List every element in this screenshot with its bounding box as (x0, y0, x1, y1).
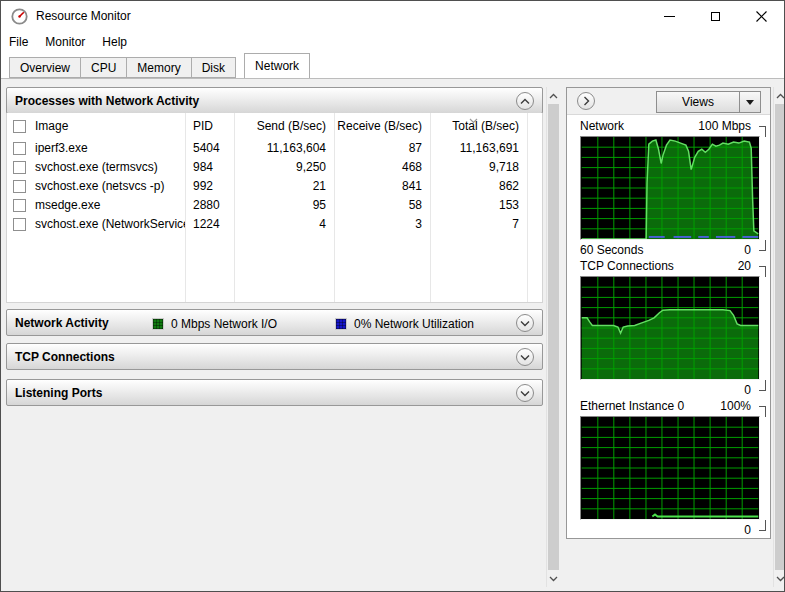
menu-monitor[interactable]: Monitor (45, 33, 94, 52)
scroll-up-button[interactable] (547, 87, 560, 104)
listening-ports-title: Listening Ports (15, 386, 102, 400)
scroll-down-button[interactable] (547, 570, 560, 587)
send-cell: 4 (234, 217, 334, 231)
processes-table: ImagePIDSend (B/sec)Receive (B/sec)Total… (6, 113, 543, 303)
chart-footer-row: 60 Seconds0 (580, 242, 758, 258)
row-checkbox[interactable] (13, 218, 26, 231)
chart-max-label: 20 (738, 259, 751, 273)
pid-cell: 2880 (185, 198, 234, 212)
chart-title: Ethernet Instance 0 (580, 399, 684, 413)
table-row[interactable]: msedge.exe28809558153 (7, 196, 542, 214)
expand-network-activity-button[interactable] (516, 314, 534, 332)
close-button[interactable] (738, 1, 784, 31)
legend-item: 0 Mbps Network I/O (152, 317, 277, 331)
processes-section-header[interactable]: Processes with Network Activity (6, 87, 543, 114)
chart-min-label: 0 (744, 243, 751, 257)
row-checkbox[interactable] (13, 161, 26, 174)
views-dropdown-arrow[interactable] (739, 92, 760, 112)
process-image-cell: svchost.exe (NetworkService... (7, 217, 185, 231)
tab-cpu[interactable]: CPU (81, 57, 127, 78)
column-header-image[interactable]: Image (7, 119, 185, 133)
total-cell: 11,163,691 (430, 141, 527, 155)
legend-swatch (335, 318, 347, 330)
receive-cell: 841 (334, 179, 430, 193)
row-checkbox[interactable] (13, 199, 26, 212)
chart-label-row: TCP Connections20 (580, 258, 758, 274)
column-header-receive-b-sec[interactable]: Receive (B/sec) (334, 119, 430, 133)
scrollbar-thumb[interactable] (775, 104, 785, 570)
legend-item: 0% Network Utilization (335, 317, 474, 331)
chart-label-row: Ethernet Instance 0100% (580, 398, 758, 414)
listening-ports-section-header[interactable]: Listening Ports (6, 379, 543, 406)
minimize-button[interactable] (646, 1, 692, 31)
receive-cell: 87 (334, 141, 430, 155)
total-cell: 9,718 (430, 160, 527, 174)
charts-container: Network100 Mbps60 Seconds0TCP Connection… (567, 118, 770, 538)
collapse-charts-pane-button[interactable] (577, 92, 595, 110)
menu-file[interactable]: File (9, 33, 37, 52)
chart-bottom-left-label: 60 Seconds (580, 243, 643, 257)
left-pane-scrollbar[interactable] (546, 87, 559, 587)
collapse-processes-button[interactable] (516, 92, 534, 110)
processes-section-title: Processes with Network Activity (15, 94, 199, 108)
legend-label: 0% Network Utilization (354, 317, 474, 331)
process-image-cell: iperf3.exe (7, 141, 185, 155)
select-all-checkbox[interactable] (13, 120, 26, 133)
legend-label: 0 Mbps Network I/O (171, 317, 277, 331)
chevron-down-icon (549, 576, 558, 582)
scroll-up-button[interactable] (774, 87, 785, 104)
expand-listening-ports-button[interactable] (516, 384, 534, 402)
send-cell: 9,250 (234, 160, 334, 174)
table-row[interactable]: svchost.exe (termsvcs)9849,2504689,718 (7, 158, 542, 176)
tab-network[interactable]: Network (244, 53, 310, 78)
table-header-row: ImagePIDSend (B/sec)Receive (B/sec)Total… (7, 113, 542, 138)
tcp-connections-section-header[interactable]: TCP Connections (6, 343, 543, 370)
tab-disk[interactable]: Disk (192, 57, 236, 78)
table-row[interactable]: iperf3.exe540411,163,6048711,163,691 (7, 139, 542, 157)
menu-bar: FileMonitorHelp (1, 31, 784, 53)
expand-tcp-connections-button[interactable] (516, 348, 534, 366)
row-checkbox[interactable] (13, 142, 26, 155)
process-name: iperf3.exe (35, 141, 88, 155)
column-header-total-b-sec[interactable]: Total (B/sec) (430, 119, 527, 133)
chevron-down-icon (746, 100, 754, 105)
total-cell: 153 (430, 198, 527, 212)
send-cell: 95 (234, 198, 334, 212)
chart-min-label: 0 (744, 523, 751, 537)
chart-title: Network (580, 119, 624, 133)
chevron-right-icon (583, 96, 590, 106)
charts-panel: Views Network100 Mbps60 Seconds0TCP Conn… (566, 87, 771, 539)
tab-overview[interactable]: Overview (9, 57, 81, 78)
network-activity-section-header[interactable]: Network Activity 0 Mbps Network I/O0% Ne… (6, 309, 543, 336)
scroll-down-button[interactable] (774, 570, 785, 587)
row-checkbox[interactable] (13, 180, 26, 193)
process-image-cell: svchost.exe (termsvcs) (7, 160, 185, 174)
scale-bracket-bottom (759, 520, 766, 531)
chevron-down-icon (776, 576, 785, 582)
total-cell: 862 (430, 179, 527, 193)
process-name: svchost.exe (termsvcs) (35, 160, 158, 174)
views-dropdown-button[interactable]: Views (656, 91, 761, 113)
network-activity-title: Network Activity (15, 316, 109, 330)
column-header-pid[interactable]: PID (185, 119, 234, 133)
table-row[interactable]: svchost.exe (NetworkService...1224437 (7, 215, 542, 233)
send-cell: 11,163,604 (234, 141, 334, 155)
right-pane-scrollbar[interactable] (773, 87, 785, 587)
scrollbar-thumb[interactable] (548, 104, 559, 570)
chart-graph (580, 136, 760, 240)
scale-bracket-top (759, 126, 766, 137)
tab-memory[interactable]: Memory (127, 57, 191, 78)
chevron-up-icon (776, 93, 785, 99)
title-bar: Resource Monitor (1, 1, 784, 31)
process-name: svchost.exe (netsvcs -p) (35, 179, 164, 193)
column-header-send-b-sec[interactable]: Send (B/sec) (234, 119, 334, 133)
window-title: Resource Monitor (36, 9, 131, 23)
column-header-label: Image (35, 119, 68, 133)
menu-help[interactable]: Help (102, 33, 136, 52)
chart-footer-row: 0 (580, 382, 758, 398)
minimize-icon (664, 16, 675, 17)
maximize-button[interactable] (692, 1, 738, 31)
pid-cell: 984 (185, 160, 234, 174)
table-row[interactable]: svchost.exe (netsvcs -p)99221841862 (7, 177, 542, 195)
pid-cell: 5404 (185, 141, 234, 155)
